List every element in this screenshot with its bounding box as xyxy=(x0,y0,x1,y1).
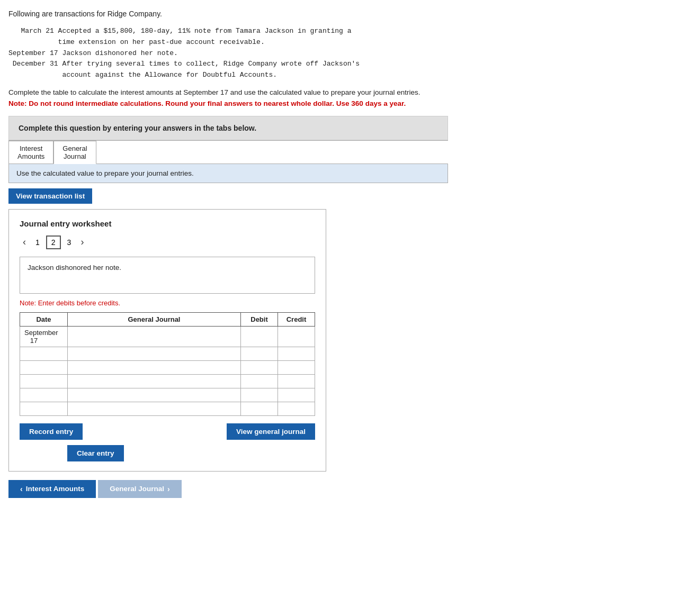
credit-cell-1[interactable] xyxy=(278,326,315,347)
date-cell-1: September 17 xyxy=(20,326,68,347)
debit-input-5[interactable] xyxy=(245,391,273,399)
table-row xyxy=(20,360,315,374)
action-btn-row: Record entry View general journal xyxy=(20,423,315,440)
worksheet-container: Journal entry worksheet ‹ 1 2 3 › Jackso… xyxy=(8,209,326,472)
next-nav-button[interactable]: General Journal › xyxy=(98,480,181,498)
page-3-button[interactable]: 3 xyxy=(63,237,76,248)
date-cell-3 xyxy=(20,360,68,374)
date-cell-6 xyxy=(20,402,68,415)
complete-box: Complete this question by entering your … xyxy=(8,116,448,140)
journal-cell-3[interactable] xyxy=(68,360,241,374)
journal-input-3[interactable] xyxy=(72,364,236,372)
next-arrow-icon: › xyxy=(167,485,170,493)
credit-cell-5[interactable] xyxy=(278,388,315,402)
tab-general-journal[interactable]: General Journal xyxy=(53,141,96,164)
pagination-row: ‹ 1 2 3 › xyxy=(20,235,315,249)
journal-cell-4[interactable] xyxy=(68,374,241,388)
tabs-row: Interest Amounts General Journal xyxy=(8,141,448,164)
journal-cell-5[interactable] xyxy=(68,388,241,402)
prev-page-arrow[interactable]: ‹ xyxy=(20,235,29,249)
debit-cell-1[interactable] xyxy=(241,326,278,347)
journal-input-2[interactable] xyxy=(72,350,236,358)
journal-table: Date General Journal Debit Credit Septem… xyxy=(20,312,315,416)
view-general-journal-button[interactable]: View general journal xyxy=(227,423,315,440)
credit-input-2[interactable] xyxy=(282,350,310,358)
table-row xyxy=(20,402,315,415)
next-page-arrow[interactable]: › xyxy=(77,235,87,249)
header-credit: Credit xyxy=(278,312,315,326)
page-2-button[interactable]: 2 xyxy=(46,235,61,249)
prev-nav-label: Interest Amounts xyxy=(26,485,85,493)
credit-input-5[interactable] xyxy=(282,391,310,399)
table-row: September 17 xyxy=(20,326,315,347)
credit-cell-2[interactable] xyxy=(278,347,315,360)
page-1-button[interactable]: 1 xyxy=(31,237,44,248)
debit-cell-3[interactable] xyxy=(241,360,278,374)
journal-input-6[interactable] xyxy=(72,405,236,413)
credit-input-6[interactable] xyxy=(282,405,310,413)
note-red: Note: Do not round intermediate calculat… xyxy=(8,99,690,107)
bottom-nav: ‹ Interest Amounts General Journal › xyxy=(8,480,690,498)
debit-cell-4[interactable] xyxy=(241,374,278,388)
tab-interest-amounts[interactable]: Interest Amounts xyxy=(8,141,53,164)
credit-cell-3[interactable] xyxy=(278,360,315,374)
following-text: Following are transactions for Ridge Com… xyxy=(8,8,690,20)
credit-cell-6[interactable] xyxy=(278,402,315,415)
credit-input-3[interactable] xyxy=(282,364,310,372)
worksheet-title: Journal entry worksheet xyxy=(20,219,315,228)
credit-input-4[interactable] xyxy=(282,377,310,385)
view-transaction-list-button[interactable]: View transaction list xyxy=(8,188,92,204)
note-debits: Note: Enter debits before credits. xyxy=(20,299,315,307)
date-cell-2 xyxy=(20,347,68,360)
debit-input-1[interactable] xyxy=(245,332,273,340)
journal-input-1[interactable] xyxy=(72,332,236,340)
next-nav-label: General Journal xyxy=(110,485,164,493)
journal-cell-1[interactable] xyxy=(68,326,241,347)
prev-arrow-icon: ‹ xyxy=(20,485,23,493)
debit-input-4[interactable] xyxy=(245,377,273,385)
journal-cell-6[interactable] xyxy=(68,402,241,415)
table-row xyxy=(20,374,315,388)
description-box: Jackson dishonored her note. xyxy=(20,257,315,294)
tabs-container: Interest Amounts General Journal Use the… xyxy=(8,140,448,183)
prev-nav-button[interactable]: ‹ Interest Amounts xyxy=(8,480,96,498)
debit-cell-6[interactable] xyxy=(241,402,278,415)
debit-input-6[interactable] xyxy=(245,405,273,413)
debit-cell-5[interactable] xyxy=(241,388,278,402)
record-entry-button[interactable]: Record entry xyxy=(20,423,83,440)
table-row xyxy=(20,388,315,402)
instruction-text: Complete the table to calculate the inte… xyxy=(8,88,690,96)
date-cell-5 xyxy=(20,388,68,402)
debit-input-3[interactable] xyxy=(245,364,273,372)
tab-content-text: Use the calculated value to prepare your… xyxy=(8,164,448,183)
journal-cell-2[interactable] xyxy=(68,347,241,360)
clear-entry-button[interactable]: Clear entry xyxy=(67,445,124,461)
credit-input-1[interactable] xyxy=(282,332,310,340)
table-row xyxy=(20,347,315,360)
journal-input-5[interactable] xyxy=(72,391,236,399)
debit-input-2[interactable] xyxy=(245,350,273,358)
credit-cell-4[interactable] xyxy=(278,374,315,388)
transactions-block: March 21 Accepted a $15,800, 180-day, 11… xyxy=(8,26,690,81)
debit-cell-2[interactable] xyxy=(241,347,278,360)
date-cell-4 xyxy=(20,374,68,388)
header-date: Date xyxy=(20,312,68,326)
header-debit: Debit xyxy=(241,312,278,326)
header-general-journal: General Journal xyxy=(68,312,241,326)
journal-input-4[interactable] xyxy=(72,377,236,385)
